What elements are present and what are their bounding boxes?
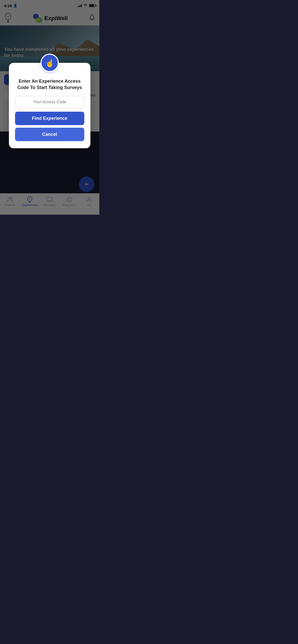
pointer-icon: ☝ xyxy=(45,58,55,67)
experience-access-modal: ☝ Enter An Experience Access Code To Sta… xyxy=(9,63,90,148)
find-experience-button[interactable]: Find Experience xyxy=(15,112,84,125)
access-code-input[interactable] xyxy=(15,96,84,108)
cancel-button[interactable]: Cancel xyxy=(15,128,84,141)
modal-title: Enter An Experience Access Code To Start… xyxy=(15,78,84,91)
modal-icon: ☝ xyxy=(40,54,59,72)
